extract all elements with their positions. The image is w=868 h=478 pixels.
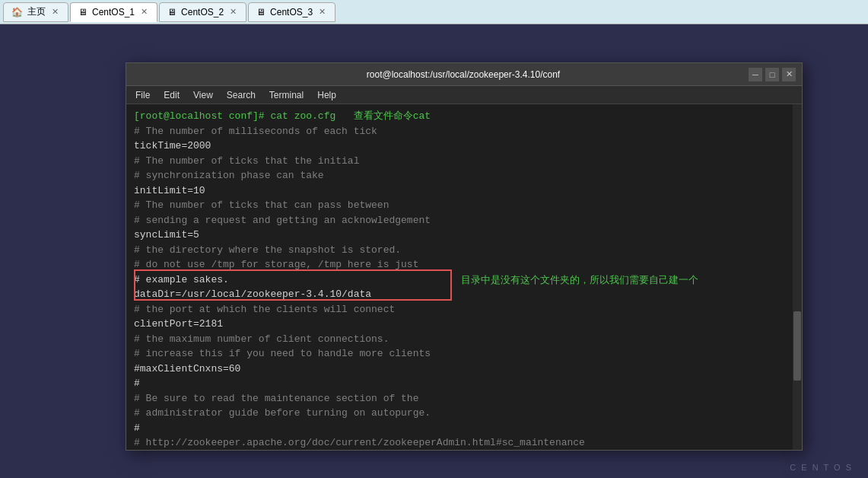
terminal-line: # the directory where the snapshot is st…: [134, 243, 794, 258]
prompt-annotation: 查看文件命令cat: [354, 109, 431, 124]
terminal-line: # Be sure to read the maintenance sectio…: [134, 391, 794, 406]
tab-label-centos1: CentOS_1: [92, 7, 135, 18]
tab-close-home[interactable]: ✕: [50, 6, 60, 18]
tab-icon-centos1: 🖥: [78, 7, 87, 18]
terminal-line: [root@localhost conf]# cat zoo.cfg 查看文件命…: [134, 109, 794, 124]
terminal-line: # increase this if you need to handle mo…: [134, 346, 794, 362]
tab-label-centos2: CentOS_2: [181, 7, 224, 18]
scrollbar-thumb[interactable]: [793, 311, 801, 381]
watermark: C E N T O S: [790, 463, 853, 472]
window-controls: ─ □ ✕: [749, 68, 796, 81]
tab-centos3[interactable]: 🖥 CentOS_3 ✕: [248, 2, 335, 22]
terminal-line: # The number of ticks that can pass betw…: [134, 198, 794, 213]
main-area: root@localhost:/usr/local/zookeeper-3.4.…: [0, 24, 868, 478]
terminal-line: # The number of ticks that the initial: [134, 154, 794, 169]
terminal-line: #maxClientCnxns=60: [134, 362, 794, 377]
tab-home[interactable]: 🏠 主页 ✕: [3, 2, 68, 22]
tab-icon-home: 🏠: [11, 7, 23, 18]
terminal-line: #: [134, 421, 794, 436]
scrollbar[interactable]: [793, 104, 802, 450]
menu-item-edit[interactable]: Edit: [157, 88, 186, 102]
terminal-line: # do not use /tmp for storage, /tmp here…: [134, 257, 794, 272]
maximize-button[interactable]: □: [765, 68, 779, 81]
terminal-line: tickTime=2000: [134, 139, 794, 154]
terminal-line: # http://zookeeper.apache.org/doc/curren…: [134, 435, 794, 450]
terminal-line: # the maximum number of client connectio…: [134, 332, 794, 347]
tab-label-home: 主页: [27, 5, 46, 18]
terminal-line: # synchronization phase can take: [134, 168, 794, 183]
terminal-line: # sending a request and getting an ackno…: [134, 213, 794, 228]
terminal-line: syncLimit=5: [134, 228, 794, 243]
terminal-line: initLimit=10: [134, 183, 794, 199]
menu-item-file[interactable]: File: [129, 88, 156, 102]
tab-close-centos1[interactable]: ✕: [139, 6, 149, 18]
menu-item-help[interactable]: Help: [311, 88, 342, 102]
terminal-line: # the port at which the clients will con…: [134, 302, 794, 317]
menu-item-terminal[interactable]: Terminal: [263, 88, 310, 102]
terminal-line: # The number of milliseconds of each tic…: [134, 124, 794, 139]
terminal-line: #: [134, 376, 794, 391]
menu-item-search[interactable]: Search: [221, 88, 262, 102]
menu-bar: FileEditViewSearchTerminalHelp: [126, 86, 802, 104]
window-title: root@localhost:/usr/local/zookeeper-3.4.…: [178, 69, 749, 80]
menu-item-view[interactable]: View: [187, 88, 219, 102]
terminal-line: # administrator guide before turning on …: [134, 406, 794, 421]
tab-centos2[interactable]: 🖥 CentOS_2 ✕: [159, 2, 246, 22]
terminal-content: [root@localhost conf]# cat zoo.cfg 查看文件命…: [126, 104, 802, 450]
tab-centos1[interactable]: 🖥 CentOS_1 ✕: [70, 2, 157, 22]
title-bar: root@localhost:/usr/local/zookeeper-3.4.…: [126, 63, 802, 86]
tab-icon-centos2: 🖥: [167, 7, 176, 18]
tab-close-centos3[interactable]: ✕: [317, 6, 327, 18]
terminal-line: dataDir=/usr/local/zookeeper-3.4.10/data: [134, 287, 794, 302]
tab-icon-centos3: 🖥: [256, 7, 265, 18]
annotation-text: 目录中是没有这个文件夹的，所以我们需要自己建一个: [461, 272, 698, 288]
prompt-text: [root@localhost conf]# cat zoo.cfg: [134, 109, 354, 124]
terminal-window: root@localhost:/usr/local/zookeeper-3.4.…: [126, 62, 803, 451]
minimize-button[interactable]: ─: [749, 68, 762, 81]
terminal-line: clientPort=2181: [134, 317, 794, 332]
taskbar: 🏠 主页 ✕🖥 CentOS_1 ✕🖥 CentOS_2 ✕🖥 CentOS_3…: [0, 0, 868, 24]
tab-label-centos3: CentOS_3: [270, 7, 313, 18]
close-button[interactable]: ✕: [782, 68, 796, 81]
tab-close-centos2[interactable]: ✕: [228, 6, 238, 18]
